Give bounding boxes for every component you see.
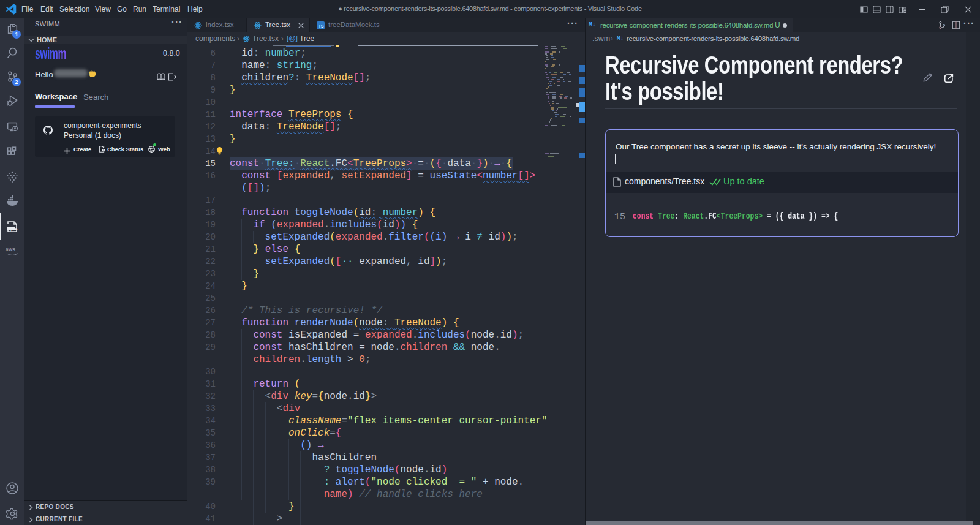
svg-text:aws: aws	[6, 246, 15, 252]
svg-text:swimm: swimm	[8, 227, 17, 230]
svg-text:TS: TS	[318, 24, 324, 28]
